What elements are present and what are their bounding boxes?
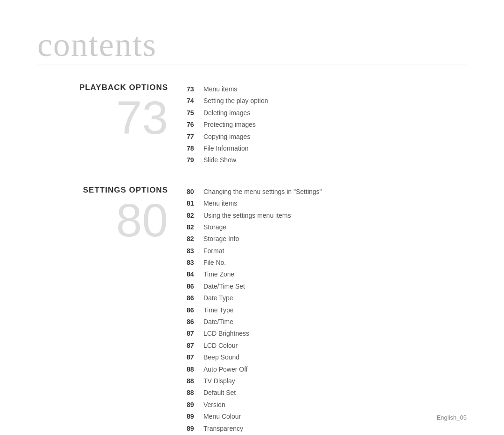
list-item: 77Copying images [187, 131, 467, 142]
list-item: 87LCD Brightness [187, 328, 467, 338]
item-label: Version [203, 400, 225, 410]
content-area: PLAYBACK OPTIONS7373Menu items74Setting … [37, 83, 467, 435]
page-number: 86 [187, 281, 203, 291]
list-item: 73Menu items [187, 84, 467, 94]
page-number: 86 [187, 293, 203, 303]
page-number: 74 [187, 96, 203, 106]
list-item: 74Setting the play option [187, 96, 467, 106]
item-label: Deleting images [203, 108, 250, 118]
page-number: 73 [187, 84, 203, 94]
item-label: Beep Sound [203, 352, 239, 362]
item-label: Date/Time [203, 317, 233, 327]
list-item: 80Changing the menu settings in "Setting… [187, 186, 467, 197]
list-item: 88Default Set [187, 387, 467, 398]
item-label: TV Display [203, 376, 235, 386]
item-label: Using the settings menu items [203, 210, 291, 221]
page-number: 81 [187, 198, 203, 208]
item-label: Protecting images [203, 119, 256, 130]
list-item: 75Deleting images [187, 108, 467, 118]
list-item: 87Beep Sound [187, 352, 467, 362]
page-number: 88 [187, 387, 203, 398]
item-label: Format [203, 246, 224, 256]
item-label: Menu items [203, 198, 237, 208]
list-item: 78File Information [187, 143, 467, 153]
page-number: 75 [187, 108, 203, 118]
footer-text: English_05 [437, 414, 467, 421]
item-label: Time Type [203, 305, 234, 315]
list-item: 89Menu Colour [187, 411, 467, 421]
page-number: 88 [187, 376, 203, 386]
section-header-settings: SETTINGS OPTIONS80 [37, 186, 187, 243]
page-number: 89 [187, 411, 203, 421]
list-item: 89Transparency [187, 423, 467, 434]
list-item: 88TV Display [187, 376, 467, 386]
item-label: Time Zone [203, 269, 234, 279]
list-item: 86Date/Time [187, 317, 467, 327]
item-label: LCD Colour [203, 340, 238, 351]
page-number: 78 [187, 143, 203, 153]
list-item: 86Date Type [187, 293, 467, 303]
item-label: Transparency [203, 423, 243, 434]
list-item: 82Storage [187, 222, 467, 232]
list-item: 87LCD Colour [187, 340, 467, 351]
list-item: 82Storage Info [187, 234, 467, 244]
page-number: 89 [187, 423, 203, 434]
page-number: 87 [187, 340, 203, 351]
list-item: 84Time Zone [187, 269, 467, 279]
page-number: 79 [187, 155, 203, 165]
section-playback: PLAYBACK OPTIONS7373Menu items74Setting … [37, 83, 467, 167]
page-number: 82 [187, 210, 203, 221]
list-item: 81Menu items [187, 198, 467, 208]
page-container: contents PLAYBACK OPTIONS7373Menu items7… [0, 0, 504, 435]
item-label: Menu items [203, 84, 237, 94]
page-number: 88 [187, 364, 203, 374]
list-item: 83Format [187, 246, 467, 256]
list-item: 79Slide Show [187, 155, 467, 165]
section-items-playback: 73Menu items74Setting the play option75D… [187, 83, 467, 167]
list-item: 86Date/Time Set [187, 281, 467, 291]
item-label: Setting the play option [203, 96, 268, 106]
item-label: Storage [203, 222, 226, 232]
item-label: Auto Power Off [203, 364, 248, 374]
section-number-playback: 73 [116, 94, 168, 141]
item-label: Storage Info [203, 234, 239, 244]
item-label: Default Set [203, 387, 236, 398]
item-label: Date Type [203, 293, 233, 303]
page-number: 84 [187, 269, 203, 279]
section-title-playback: PLAYBACK OPTIONS [79, 83, 168, 92]
page-number: 77 [187, 131, 203, 142]
list-item: 86Time Type [187, 305, 467, 315]
item-label: Changing the menu settings in "Settings" [203, 186, 322, 197]
section-number-settings: 80 [116, 197, 168, 243]
item-label: LCD Brightness [203, 328, 249, 338]
title-divider [37, 64, 467, 64]
page-number: 76 [187, 119, 203, 130]
item-label: File No. [203, 257, 226, 268]
page-number: 82 [187, 222, 203, 232]
list-item: 88Auto Power Off [187, 364, 467, 374]
list-item: 82Using the settings menu items [187, 210, 467, 221]
section-items-settings: 80Changing the menu settings in "Setting… [187, 186, 467, 435]
footer: English_05 [437, 414, 467, 421]
title-section: contents [37, 28, 467, 64]
page-number: 80 [187, 186, 203, 197]
item-label: File Information [203, 143, 248, 153]
list-item: 89Version [187, 400, 467, 410]
page-number: 86 [187, 317, 203, 327]
item-label: Copying images [203, 131, 250, 142]
section-title-settings: SETTINGS OPTIONS [83, 186, 168, 195]
section-header-playback: PLAYBACK OPTIONS73 [37, 83, 187, 141]
item-label: Slide Show [203, 155, 236, 165]
page-number: 82 [187, 234, 203, 244]
item-label: Date/Time Set [203, 281, 245, 291]
page-number: 86 [187, 305, 203, 315]
page-number: 89 [187, 400, 203, 410]
page-number: 83 [187, 246, 203, 256]
list-item: 83File No. [187, 257, 467, 268]
page-number: 87 [187, 352, 203, 362]
section-settings: SETTINGS OPTIONS8080Changing the menu se… [37, 186, 467, 435]
item-label: Menu Colour [203, 411, 241, 421]
list-item: 76Protecting images [187, 119, 467, 130]
page-number: 87 [187, 328, 203, 338]
page-number: 83 [187, 257, 203, 268]
